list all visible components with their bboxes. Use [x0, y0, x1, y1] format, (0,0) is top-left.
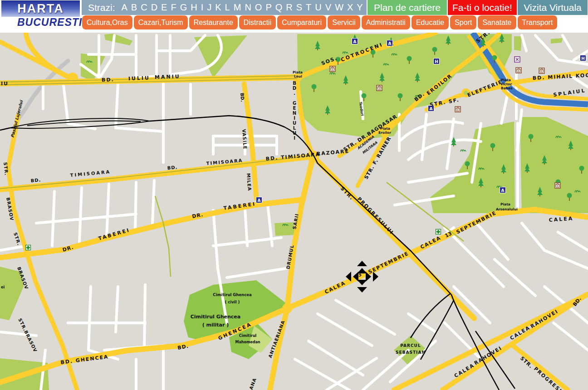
street-label: ( civil )	[225, 300, 240, 304]
svg-text:H: H	[581, 56, 585, 61]
hospital-icon: H	[580, 55, 586, 61]
street-label: Arsenalului	[496, 207, 518, 211]
street-label: BD.	[240, 93, 245, 102]
map-canvas[interactable]: AAAAAHH IUBD.IULIUMANIUPasajul Lujerului…	[0, 33, 588, 390]
metro-icon: A	[352, 39, 358, 44]
strazi-letter-M[interactable]: M	[234, 2, 241, 13]
street-label: ( militar )	[202, 322, 229, 328]
strazi-letter-U[interactable]: U	[315, 2, 321, 13]
strazi-letter-R[interactable]: R	[286, 2, 292, 13]
strazi-label: Strazi:	[88, 2, 115, 13]
street-label: Babes	[501, 86, 513, 90]
strazi-letter-H[interactable]: H	[191, 2, 197, 13]
street-label: MANIU	[155, 73, 181, 80]
strazi-letter-W[interactable]: W	[335, 2, 343, 13]
strazi-letter-S[interactable]: S	[296, 2, 302, 13]
tab-administratii[interactable]: Administratii	[362, 15, 410, 29]
svg-text:A: A	[501, 188, 505, 193]
street-label: Piata	[380, 127, 390, 131]
tab-distractii[interactable]: Distractii	[239, 15, 276, 29]
fa-ti-o-locatie-button[interactable]: Fa-ti o locatie!	[448, 0, 517, 15]
strazi-letter-J[interactable]: J	[207, 2, 211, 13]
strazi-letter-N[interactable]: N	[245, 2, 251, 13]
pharmacy-icon	[436, 229, 441, 234]
metro-icon: A	[500, 187, 506, 193]
strazi-letter-F[interactable]: F	[171, 2, 176, 13]
museum-icon	[330, 66, 335, 72]
street-label: Piata	[293, 70, 303, 74]
museum-icon	[455, 107, 461, 112]
street-label: Mahomedan	[235, 340, 260, 344]
museum-icon	[516, 68, 521, 73]
category-tabs: Cultura,OrasCazari,TurismRestauranteDist…	[82, 15, 557, 29]
metro-icon: A	[387, 40, 393, 46]
plan-de-cartiere-button[interactable]: Plan de cartiere	[368, 0, 447, 15]
street-label: Piata	[501, 78, 511, 82]
street-label: BD.	[102, 77, 114, 83]
top-bar: Strazi: ABCDEFGHIJKLMNOPQRSTUVWXYZ Plan …	[82, 0, 588, 15]
street-label: BD.	[167, 165, 178, 171]
metro-icon: A	[256, 197, 262, 203]
strazi-letter-V[interactable]: V	[325, 2, 331, 13]
street-label: Cimitirul	[239, 334, 257, 338]
header: HARTA BUCURESTI Strazi: ABCDEFGHIJKLMNOP…	[0, 0, 588, 33]
tab-servicii[interactable]: Servicii	[328, 15, 360, 29]
street-label: Cimitirul Ghencea	[191, 314, 241, 320]
harta-bucuresti-app: HARTA BUCURESTI Strazi: ABCDEFGHIJKLMNOP…	[0, 0, 588, 390]
svg-text:A: A	[258, 198, 261, 203]
hospital-icon: H	[434, 58, 440, 64]
svg-text:H: H	[435, 59, 438, 64]
street-label: SEBASTIAN	[396, 350, 426, 355]
strazi-letter-K[interactable]: K	[215, 2, 221, 13]
city-map[interactable]: AAAAAHH IUBD.IULIUMANIUPasajul Lujerului…	[0, 33, 588, 390]
svg-text:A: A	[388, 41, 392, 46]
street-label: Eroilor	[378, 131, 391, 135]
street-label: Cimitirul Ghencea	[213, 292, 252, 297]
strazi-letter-P[interactable]: P	[265, 2, 271, 13]
strazi-letter-D[interactable]: D	[151, 2, 157, 13]
street-label: Piata	[500, 202, 510, 206]
site-logo[interactable]: HARTA BUCURESTI	[0, 0, 81, 30]
tab-transport[interactable]: Transport	[518, 15, 558, 29]
strazi-letter-T[interactable]: T	[306, 2, 311, 13]
strazi-alphabet: ABCDEFGHIJKLMNOPQRSTUVWXYZ	[120, 2, 374, 13]
tab-cazari-turism[interactable]: Cazari,Turism	[134, 15, 188, 29]
tab-sanatate[interactable]: Sanatate	[478, 15, 516, 29]
street-label: ei	[1, 285, 5, 289]
logo-line1: HARTA	[17, 2, 64, 16]
theater-icon	[514, 57, 520, 62]
tab-restaurante[interactable]: Restaurante	[189, 15, 238, 29]
strazi-letter-X[interactable]: X	[347, 2, 353, 13]
strazi-letter-Q[interactable]: Q	[275, 2, 283, 13]
street-label: PARCUL	[400, 343, 421, 348]
strazi-letter-O[interactable]: O	[255, 2, 262, 13]
logo-line2: BUCURESTI	[17, 16, 82, 29]
strazi-letter-G[interactable]: G	[180, 2, 187, 13]
strazi-letter-I[interactable]: I	[201, 2, 204, 13]
museum-icon	[555, 183, 560, 188]
museum-icon	[539, 68, 544, 73]
top-buttons: Plan de cartiereFa-ti o locatie!Vizita V…	[367, 0, 588, 15]
strazi-letter-E[interactable]: E	[161, 2, 167, 13]
street-label: Victor	[500, 82, 512, 86]
tab-sport[interactable]: Sport	[450, 15, 476, 29]
strazi-letter-L[interactable]: L	[225, 2, 230, 13]
tab-cumparaturi[interactable]: Cumparaturi	[277, 15, 326, 29]
tab-educatie[interactable]: Educatie	[412, 15, 449, 29]
strazi-letter-A[interactable]: A	[122, 2, 127, 13]
strazi-letter-C[interactable]: C	[141, 2, 147, 13]
logo-harta-banner: HARTA	[1, 0, 80, 17]
street-label: BD.	[30, 177, 41, 183]
strazi-bar: Strazi: ABCDEFGHIJKLMNOPQRSTUVWXYZ	[82, 0, 367, 15]
street-label: IULIU	[128, 75, 150, 82]
street-label: IU	[1, 81, 9, 87]
svg-text:A: A	[353, 39, 357, 44]
street-label: Leul	[294, 74, 302, 78]
museum-icon	[377, 85, 382, 91]
street-label: BD. GENIULUI	[292, 81, 297, 141]
strazi-letter-Y[interactable]: Y	[357, 2, 363, 13]
vizita-virtuala-button[interactable]: Vizita Virtuala	[518, 0, 588, 15]
tab-cultura-oras[interactable]: Cultura,Oras	[82, 15, 132, 29]
pharmacy-icon	[26, 245, 31, 250]
strazi-letter-B[interactable]: B	[131, 2, 137, 13]
